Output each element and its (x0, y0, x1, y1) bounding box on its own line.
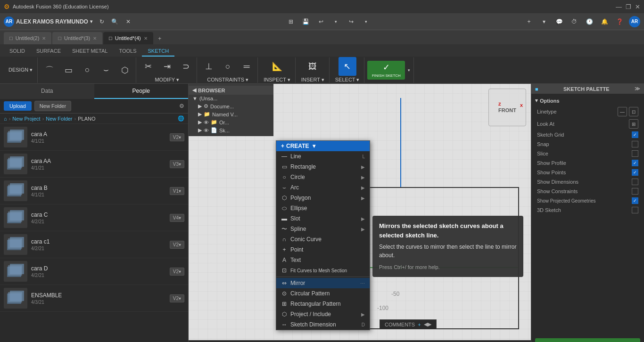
list-item[interactable]: ENSAMBLE 4/3/21 V2▾ (0, 285, 188, 312)
breadcrumb-new-folder[interactable]: New Folder (46, 116, 72, 122)
file-version[interactable]: V2▾ (170, 268, 184, 276)
menu-item-circular-pattern[interactable]: ⊙ Circular Pattern (276, 288, 370, 299)
panel-close-button[interactable]: ✕ (123, 16, 134, 27)
menu-item-text[interactable]: A Text (276, 255, 370, 265)
snap-checkbox[interactable] (632, 141, 638, 147)
look-at-icon[interactable]: ⊞ (629, 119, 638, 129)
sketch-arc-tool[interactable]: ⌣ (97, 61, 115, 80)
ribbon-tab-surface[interactable]: SURFACE (31, 46, 66, 57)
browser-doc[interactable]: ▶ ⚙ Docume... (189, 102, 273, 110)
menu-item-arc[interactable]: ⌣ Arc ▶ (276, 182, 370, 193)
design-dropdown[interactable]: DESIGN ▾ (6, 64, 35, 77)
menu-item-slot[interactable]: ▬ Slot ▶ (276, 213, 370, 224)
sketch-poly-tool[interactable]: ⬡ (116, 61, 134, 80)
menu-item-line[interactable]: — Line L (276, 151, 370, 162)
constraints-btn2[interactable]: ○ (219, 57, 237, 76)
browser-unsaved[interactable]: ▼ (Unsa... (189, 95, 273, 102)
menu-item-sketch-dimension[interactable]: ↔ Sketch Dimension D (276, 319, 370, 330)
minimize-button[interactable]: — (616, 3, 622, 10)
inspect-dropdown[interactable]: INSPECT ▾ (261, 77, 293, 83)
select-btn[interactable]: ↖ (339, 57, 356, 76)
file-version[interactable]: V2▾ (170, 241, 184, 249)
file-version[interactable]: V3▾ (170, 160, 184, 168)
offset-tool[interactable]: ⊃ (177, 57, 195, 76)
extend-tool[interactable]: ⇥ (158, 57, 176, 76)
constraints-btn3[interactable]: ═ (238, 57, 256, 76)
show-constraints-checkbox[interactable] (632, 188, 638, 195)
linetype-dashed-icon[interactable]: ⊡ (629, 107, 638, 116)
browser-named[interactable]: ▶ 📁 Named V... (189, 110, 273, 118)
breadcrumb-home[interactable]: ⌂ (4, 116, 7, 122)
show-points-checkbox[interactable]: ✓ (632, 169, 638, 176)
finish-sketch-btn[interactable]: ✓ FINISH SKETCH (367, 61, 405, 80)
browser-sketch[interactable]: ▶ 👁 📄 Sk... (189, 126, 273, 134)
upload-button[interactable]: Upload (4, 101, 32, 111)
menu-item-mirror[interactable]: ⇔ Mirror ⋯ (276, 278, 370, 288)
close-button[interactable]: ✕ (635, 3, 640, 10)
undo-button[interactable]: ↩ (315, 16, 327, 27)
comments-add-icon[interactable]: + (418, 322, 421, 327)
ribbon-tab-solid[interactable]: SOLID (4, 46, 31, 57)
list-item[interactable]: cara c1 4/2/21 V2▾ (0, 231, 188, 258)
menu-item-ellipse[interactable]: ⬭ Ellipse (276, 203, 370, 213)
browser-collapse-icon[interactable]: ◀ (192, 87, 196, 93)
notifications-button[interactable]: 🕐 (584, 16, 595, 27)
menu-item-fit-curves[interactable]: ⊡ Fit Curves to Mesh Section (276, 265, 370, 276)
redo-button[interactable]: ↪ (346, 16, 357, 27)
linetype-solid-icon[interactable]: — (618, 107, 627, 116)
tab-untitled2[interactable]: □ Untitled(2) ✕ (4, 32, 51, 44)
options-header[interactable]: ▾ Options (531, 96, 644, 106)
help-button[interactable]: ❓ (614, 16, 625, 27)
ribbon-tab-tools[interactable]: TOOLS (113, 46, 142, 57)
comments-toggle-icon[interactable]: ◀▶ (424, 321, 431, 327)
ribbon-tab-sketch[interactable]: SKETCH (142, 46, 174, 57)
file-version[interactable]: V2▾ (170, 294, 184, 302)
sketch-line-tool[interactable]: ⌒ (41, 61, 58, 80)
browser-origin[interactable]: ▶ 👁 📁 Or... (189, 118, 273, 126)
sketch-grid-checkbox[interactable]: ✓ (632, 131, 638, 138)
show-projected-checkbox[interactable]: ✓ (632, 197, 638, 204)
save-button[interactable]: 💾 (300, 16, 312, 27)
menu-item-circle[interactable]: ○ Circle ▶ (276, 172, 370, 182)
modify-dropdown[interactable]: MODIFY ▾ (152, 77, 182, 83)
menu-item-polygon[interactable]: ⬡ Polygon ▶ (276, 193, 370, 203)
list-item[interactable]: cara C 4/2/21 V4▾ (0, 204, 188, 231)
bell-button[interactable]: 🔔 (599, 16, 610, 27)
panel-settings-icon[interactable]: ⚙ (179, 103, 184, 109)
ribbon-tab-sheet-metal[interactable]: SHEET METAL (66, 46, 113, 57)
menu-item-rectangle[interactable]: ▭ Rectangle ▶ (276, 162, 370, 172)
list-item[interactable]: cara A 4/1/21 V2▾ (0, 124, 188, 151)
comments-tab[interactable]: COMMENTS + ◀▶ (380, 319, 437, 329)
sketch-circle-tool[interactable]: ○ (78, 61, 96, 80)
tab-close-button[interactable]: ✕ (93, 36, 97, 41)
new-folder-button[interactable]: New Folder (34, 101, 71, 111)
constraints-dropdown[interactable]: CONSTRAINTS ▾ (204, 77, 251, 83)
menu-item-conic-curve[interactable]: ∩ Conic Curve (276, 234, 370, 244)
menu-item-point[interactable]: + Point (276, 244, 370, 255)
panel-tab-data[interactable]: Data (0, 84, 94, 99)
create-menu-header[interactable]: + CREATE ▾ (276, 141, 370, 151)
tab-close-button[interactable]: ✕ (42, 36, 46, 41)
tab-overflow-button[interactable]: ▾ (538, 16, 550, 27)
redo-caret[interactable]: ▾ (361, 16, 372, 27)
new-tab-button[interactable]: + (154, 33, 165, 44)
nav-cube[interactable]: Z FRONT X (488, 89, 526, 126)
menu-item-rectangular-pattern[interactable]: ⊞ Rectangular Pattern (276, 299, 370, 309)
comment-button[interactable]: 💬 (553, 16, 565, 27)
tab-untitled3[interactable]: □ Untitled*(3) ✕ (52, 32, 102, 44)
show-profile-checkbox[interactable]: ✓ (632, 160, 638, 166)
sketch-rect-tool[interactable]: ▭ (59, 61, 77, 80)
restore-button[interactable]: ❐ (626, 3, 631, 10)
search-button[interactable]: 🔍 (109, 16, 121, 27)
list-item[interactable]: cara AA 4/1/21 V3▾ (0, 151, 188, 178)
menu-item-project-include[interactable]: ⬡ Project / Include ▶ (276, 309, 370, 319)
menu-item-spline[interactable]: 〜 Spline ▶ (276, 224, 370, 234)
finish-sketch-caret[interactable]: ▾ (406, 61, 412, 80)
show-dimensions-checkbox[interactable] (632, 179, 638, 185)
user-caret-icon[interactable]: ▾ (90, 19, 92, 24)
select-dropdown[interactable]: SELECT ▾ (332, 77, 363, 83)
undo-caret[interactable]: ▾ (330, 16, 342, 27)
file-version[interactable]: V1▾ (170, 187, 184, 195)
slice-checkbox[interactable] (632, 150, 638, 157)
list-item[interactable]: cara B 4/1/21 V1▾ (0, 178, 188, 204)
